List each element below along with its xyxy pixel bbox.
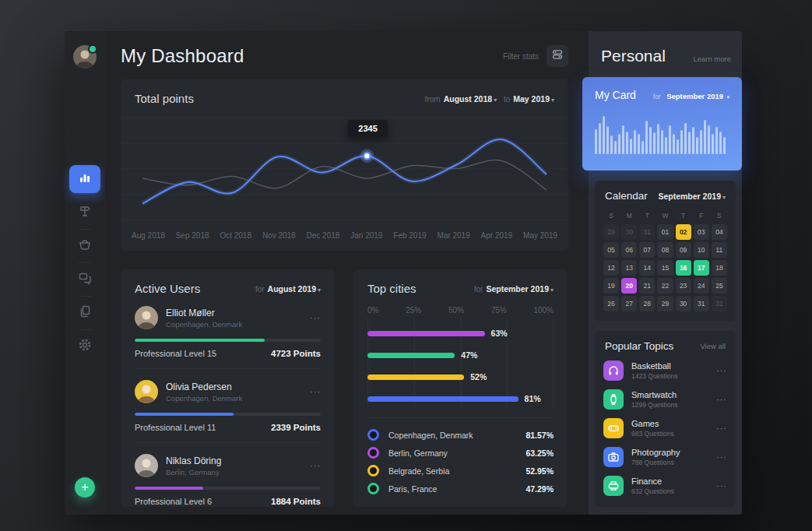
x-tick: Sep 2018: [176, 231, 209, 240]
calendar-day[interactable]: 25: [712, 278, 727, 294]
calendar-day[interactable]: 15: [657, 260, 673, 276]
more-menu-icon[interactable]: ···: [716, 366, 727, 375]
calendar-day[interactable]: 10: [694, 242, 709, 258]
period-dropdown[interactable]: August 2019: [268, 284, 316, 294]
data-point[interactable]: [364, 153, 371, 160]
chevron-down-icon[interactable]: ▾: [494, 97, 497, 104]
user-row: Niklas Döring Berlin, Germany ··· Profes…: [121, 454, 335, 516]
sidebar-item-signpost[interactable]: [69, 199, 100, 227]
add-button[interactable]: +: [75, 477, 95, 498]
more-menu-icon[interactable]: ···: [716, 424, 727, 433]
chevron-down-icon[interactable]: ▾: [722, 194, 726, 201]
percent-axis: 0% 25% 50% 75% 100%: [353, 295, 568, 315]
chevron-down-icon[interactable]: ▾: [551, 97, 554, 104]
progress-fill: [135, 413, 234, 416]
calendar-day[interactable]: 30: [621, 224, 637, 240]
legend-city: Paris, France: [388, 484, 437, 494]
more-menu-icon[interactable]: ···: [716, 395, 727, 404]
x-tick: Mar 2019: [437, 231, 469, 240]
my-card[interactable]: My Card for September 2019 ▾: [582, 77, 742, 171]
calendar-day[interactable]: 29: [603, 224, 619, 240]
more-menu-icon[interactable]: ···: [310, 387, 321, 396]
my-card-bar-chart: [595, 111, 729, 154]
axis-tick: 50%: [448, 306, 464, 315]
calendar-day[interactable]: 21: [639, 278, 655, 294]
calendar-day[interactable]: 12: [603, 260, 619, 276]
more-menu-icon[interactable]: ···: [716, 481, 727, 491]
topic-row[interactable]: Basketball 1423 Questions ···: [603, 360, 727, 381]
sidebar-item-dashboard[interactable]: [69, 165, 100, 193]
calendar-day[interactable]: 17: [694, 260, 709, 276]
progress-track: [135, 339, 321, 342]
sidebar-item-settings[interactable]: [69, 332, 100, 360]
calendar-day[interactable]: 22: [657, 278, 673, 294]
my-card-bar: [704, 120, 706, 154]
calendar-day[interactable]: 31: [639, 224, 655, 240]
learn-more-link[interactable]: Learn more: [693, 55, 731, 63]
calendar-card: Calendar September 2019▾ SMTWTFS29303101…: [595, 181, 736, 321]
legend-city: Belgrade, Serbia: [388, 466, 449, 476]
calendar-day[interactable]: 26: [603, 296, 619, 311]
user-location: Copenhagen, Denmark: [166, 320, 242, 329]
more-menu-icon[interactable]: ···: [716, 452, 727, 462]
view-all-link[interactable]: View all: [700, 342, 726, 350]
chevron-down-icon[interactable]: ▾: [726, 94, 729, 100]
topic-row[interactable]: Photography 788 Questions ···: [603, 447, 727, 467]
calendar-day[interactable]: 27: [621, 296, 637, 311]
period-dropdown[interactable]: September 2019: [658, 192, 721, 201]
filter-stats-button[interactable]: [547, 45, 568, 67]
calendar-day[interactable]: 03: [694, 224, 709, 240]
period-dropdown[interactable]: September 2019: [486, 284, 549, 294]
for-label: for: [255, 285, 265, 294]
user-level: Professional Level 11: [135, 423, 216, 432]
calendar-day[interactable]: 18: [712, 260, 727, 276]
calendar-day[interactable]: 19: [603, 278, 619, 294]
date-range: fromAugust 2018▾ toMay 2019▾: [425, 94, 554, 104]
documents-icon: [78, 304, 92, 322]
calendar-day[interactable]: 24: [694, 278, 709, 294]
calendar-day[interactable]: 08: [657, 242, 673, 258]
calendar-day[interactable]: 20: [621, 278, 637, 294]
sidebar-item-documents[interactable]: [69, 299, 100, 327]
total-points-header: Total points fromAugust 2018▾ toMay 2019…: [121, 79, 568, 105]
calendar-day[interactable]: 28: [639, 296, 655, 311]
topic-row[interactable]: Smartwatch 1299 Questions ···: [603, 389, 727, 410]
top-cities-header: Top cities forSeptember 2019▾: [353, 269, 568, 295]
calendar-day[interactable]: 31: [712, 296, 727, 311]
sidebar-item-messages[interactable]: [69, 266, 100, 294]
calendar-day[interactable]: 16: [676, 260, 691, 276]
calendar-day[interactable]: 07: [639, 242, 655, 258]
to-dropdown[interactable]: May 2019: [513, 94, 550, 104]
calendar-day[interactable]: 31: [694, 296, 709, 311]
more-menu-icon[interactable]: ···: [310, 461, 321, 470]
calendar-day[interactable]: 29: [657, 296, 673, 311]
toggles-icon: [551, 48, 564, 64]
sidebar-item-basket[interactable]: [69, 232, 100, 260]
calendar-day[interactable]: 06: [621, 242, 637, 258]
calendar-day[interactable]: 04: [712, 224, 727, 240]
chevron-down-icon[interactable]: ▾: [318, 287, 321, 294]
topic-questions: 632 Questions: [631, 487, 674, 495]
period-dropdown[interactable]: September 2019: [666, 92, 723, 100]
sidebar-divider: [79, 262, 91, 263]
calendar-day[interactable]: 09: [676, 242, 691, 258]
calendar-day[interactable]: 01: [657, 224, 673, 240]
more-menu-icon[interactable]: ···: [310, 313, 321, 322]
calendar-day[interactable]: 05: [603, 242, 619, 258]
user-avatar[interactable]: [73, 45, 97, 69]
user-name: Niklas Döring: [166, 455, 221, 466]
user-name: Olivia Pedersen: [166, 382, 242, 392]
calendar-period: September 2019▾: [655, 192, 726, 201]
progress-track: [135, 413, 321, 416]
calendar-day[interactable]: 13: [621, 260, 637, 276]
calendar-day[interactable]: 11: [712, 242, 727, 258]
topic-row[interactable]: Games 983 Questions ···: [603, 418, 727, 438]
calendar-day[interactable]: 14: [639, 260, 655, 276]
chevron-down-icon[interactable]: ▾: [550, 287, 554, 294]
calendar-day[interactable]: 23: [676, 278, 691, 294]
legend-row: Paris, France 47.29%: [367, 480, 554, 498]
topic-row[interactable]: Finance 632 Questions ···: [603, 476, 727, 496]
calendar-day[interactable]: 02: [676, 224, 691, 240]
calendar-day[interactable]: 30: [676, 296, 691, 311]
from-dropdown[interactable]: August 2018: [444, 94, 492, 104]
